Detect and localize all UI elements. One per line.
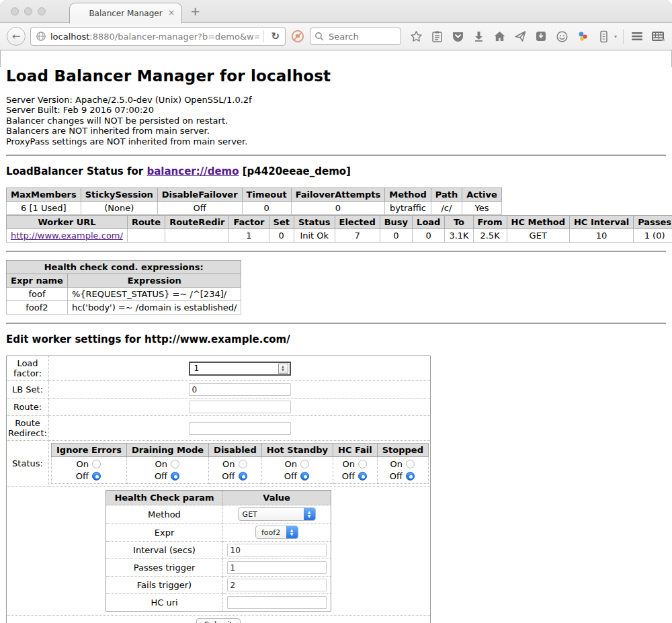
browser-window: Balancer Manager × + ← localhost:8880/ba…: [0, 0, 672, 623]
urlbar-divider: [263, 30, 264, 42]
container-tabs-icon[interactable]: [596, 29, 611, 44]
hc-expr-label: Expr: [106, 524, 222, 542]
col-elected: Elected: [335, 216, 380, 229]
cell-expression: hc('body') =~ /domain is established/: [67, 301, 241, 315]
extension-colordots-icon[interactable]: [575, 29, 590, 44]
hc-header-row: Health Check param Value: [106, 491, 331, 505]
hc-interval-row: Interval (secs): [106, 542, 331, 559]
hc-uri-row: HC uri: [106, 594, 331, 612]
url-text[interactable]: localhost:8880/balancer-manager?b=demo&w…: [50, 32, 259, 42]
load-factor-input[interactable]: ▲▼: [189, 362, 291, 376]
tab-close-icon[interactable]: ×: [168, 8, 175, 17]
lb-set-input[interactable]: [189, 383, 291, 396]
table-header-row: Expr name Expression: [7, 274, 241, 288]
submit-button[interactable]: Submit: [196, 618, 241, 623]
balancer-demo-link[interactable]: balancer://demo: [146, 165, 239, 177]
radio-ignore-errors-off[interactable]: [92, 472, 101, 481]
col-hc-param: Health Check param: [106, 491, 222, 505]
col-ignore-errors: Ignore Errors: [52, 444, 127, 457]
cell-expression: %{REQUEST_STATUS} =~ /^[234]/: [67, 288, 241, 301]
col-failoverattempts: FailoverAttempts: [291, 188, 385, 202]
hc-interval-input[interactable]: [227, 544, 327, 556]
server-version-line: Server Version: Apache/2.5.0-dev (Unix) …: [6, 95, 666, 105]
off-label: Off: [155, 471, 167, 481]
tab-title: Balancer Manager: [89, 9, 162, 18]
menu-hamburger-icon[interactable]: [630, 29, 644, 44]
bookmark-star-icon[interactable]: [409, 29, 423, 44]
save-to-device-icon[interactable]: [534, 29, 548, 44]
minimize-window-button[interactable]: [24, 7, 32, 15]
server-built-line: Server Built: Feb 9 2016 07:00:20: [6, 105, 666, 115]
url-bar[interactable]: localhost:8880/balancer-manager?b=demo&w…: [30, 27, 286, 46]
cell-set: 0: [269, 229, 294, 243]
tab-balancer-manager[interactable]: Balancer Manager ×: [69, 3, 182, 24]
status-options-table: Ignore Errors Draining Mode Disabled Hot…: [51, 443, 429, 484]
route-row: Route:: [7, 399, 431, 416]
on-label: On: [342, 459, 355, 469]
col-maxmembers: MaxMembers: [7, 188, 81, 202]
radio-stopped-on[interactable]: [406, 460, 415, 468]
search-input[interactable]: [327, 31, 388, 42]
col-disablefailover: DisableFailover: [157, 188, 242, 202]
cell-failoverattempts: 0: [291, 202, 385, 215]
radio-hc-fail-off[interactable]: [358, 472, 367, 481]
inherit-note-line: Balancers are NOT inherited from main se…: [6, 126, 666, 136]
fullscreen-window-button[interactable]: [38, 7, 46, 15]
col-load: Load: [413, 216, 445, 229]
col-routeredir: RouteRedir: [165, 216, 229, 229]
edit-worker-heading: Edit worker settings for http://www.exam…: [6, 333, 666, 345]
tile-grid-icon[interactable]: [650, 29, 665, 44]
cell-busy: 0: [380, 229, 412, 243]
search-icon: [314, 32, 324, 41]
cell-factor: 1: [229, 229, 269, 243]
toolbar-separator: [623, 29, 624, 44]
back-button[interactable]: ←: [7, 27, 26, 46]
table-header-row: MaxMembers StickySession DisableFailover…: [7, 188, 502, 202]
content-blocker-icon[interactable]: [290, 29, 305, 44]
cell-active: Yes: [462, 202, 502, 215]
pocket-icon[interactable]: [450, 29, 465, 44]
worker-row: http://www.example.com/ 1 0 Init Ok 7 0 …: [7, 229, 672, 243]
route-input[interactable]: [189, 401, 291, 413]
number-spinner-icon[interactable]: ▲▼: [278, 364, 288, 374]
hc-method-row: Method GET ▲▼: [106, 505, 331, 524]
radio-hc-fail-on[interactable]: [358, 460, 367, 468]
hc-passes-label: Passes trigger: [106, 559, 222, 577]
home-icon[interactable]: [492, 29, 507, 44]
chat-smiley-icon[interactable]: [554, 29, 569, 44]
radio-draining-mode-off[interactable]: [171, 472, 179, 481]
route-redirect-row: Route Redirect:: [7, 416, 431, 441]
cell-maxmembers: 6 [1 Used]: [7, 202, 81, 215]
new-tab-button[interactable]: +: [190, 5, 200, 17]
hc-passes-input[interactable]: [227, 561, 327, 574]
hc-uri-input[interactable]: [227, 596, 327, 609]
hc-fails-input[interactable]: [227, 579, 327, 591]
reading-list-icon[interactable]: [429, 29, 444, 44]
reload-icon[interactable]: ↻: [268, 30, 282, 42]
lb-set-label: LB Set:: [7, 381, 49, 399]
worker-url-link[interactable]: http://www.example.com/: [11, 231, 123, 241]
lb-set-row: LB Set:: [7, 381, 431, 399]
chevron-down-icon[interactable]: ▾: [614, 34, 617, 40]
load-factor-field[interactable]: [193, 363, 278, 374]
hc-expr-select[interactable]: foof2 ▲▼: [255, 526, 298, 539]
radio-hot-standby-off[interactable]: [300, 472, 309, 481]
route-redirect-input[interactable]: [189, 422, 291, 435]
radio-ignore-errors-on[interactable]: [92, 460, 101, 468]
cell-method: bytraffic: [385, 202, 431, 215]
downloads-icon[interactable]: [471, 29, 486, 44]
cell-elected: 7: [335, 229, 380, 243]
col-disabled: Disabled: [209, 444, 262, 457]
hc-method-select[interactable]: GET ▲▼: [238, 507, 316, 521]
off-label: Off: [284, 471, 297, 481]
radio-disabled-off[interactable]: [239, 472, 247, 481]
close-window-button[interactable]: [11, 7, 19, 15]
send-tab-icon[interactable]: [513, 29, 528, 44]
radio-draining-mode-on[interactable]: [171, 460, 179, 468]
radio-stopped-off[interactable]: [406, 472, 415, 481]
radio-hot-standby-on[interactable]: [300, 460, 309, 468]
heading-suffix: [p4420eeae_demo]: [239, 165, 351, 177]
radio-disabled-on[interactable]: [239, 460, 247, 468]
col-route: Route: [127, 216, 165, 229]
search-bar[interactable]: [310, 28, 401, 45]
